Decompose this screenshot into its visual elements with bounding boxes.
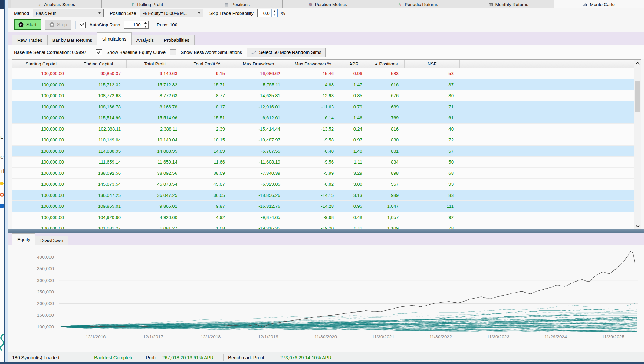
column-header-positions[interactable]: ▲Positions bbox=[368, 60, 405, 68]
column-header-starting-capital[interactable]: Starting Capital bbox=[12, 60, 70, 68]
table-row-5[interactable]: 100,000.00115,514.9615,514.9615.51-6,612… bbox=[12, 112, 641, 124]
cell: -18,856.26 bbox=[231, 190, 286, 201]
top-tab-rolling-profit[interactable]: Rolling Profit bbox=[101, 0, 192, 8]
svg-text:100,000: 100,000 bbox=[37, 324, 54, 329]
column-header-total-profit[interactable]: Total Profit % bbox=[183, 60, 231, 68]
cell: 100,000.00 bbox=[12, 90, 70, 101]
cell: 145,073.54 bbox=[70, 179, 127, 190]
tab-simulations[interactable]: Simulations bbox=[97, 32, 132, 45]
cell: 100,000.00 bbox=[12, 190, 70, 201]
top-tab-position-metrics[interactable]: Position Metrics bbox=[282, 0, 373, 8]
scroll-down-button[interactable] bbox=[634, 222, 641, 230]
cell: 45.07 bbox=[183, 179, 231, 190]
tab-probabilities[interactable]: Probabilities bbox=[159, 35, 194, 45]
cell: 15.71 bbox=[183, 79, 231, 90]
top-tab-positions[interactable]: Positions bbox=[192, 0, 283, 8]
cell: 1,081.27 bbox=[127, 223, 183, 230]
cell: -6,929.85 bbox=[231, 179, 286, 190]
table-row-4[interactable]: 100,000.00108,166.788,166.788.17-12,916.… bbox=[12, 101, 641, 113]
scrollbar-thumb[interactable] bbox=[635, 81, 640, 112]
cell: 93 bbox=[405, 179, 460, 190]
stop-button[interactable]: Stop bbox=[45, 20, 71, 30]
column-header-total-profit[interactable]: Total Profit bbox=[127, 60, 183, 68]
table-row-8[interactable]: 100,000.00114,888.9514,888.9514.89-6,767… bbox=[12, 146, 641, 157]
table-row-15[interactable]: 100,000.00101,081.271,081.271.08-19,316.… bbox=[12, 223, 641, 230]
blue-badge-icon bbox=[0, 204, 4, 208]
table-row-11[interactable]: 100,000.00145,073.5445,073.5445.07-6,929… bbox=[12, 179, 641, 190]
cell: 583 bbox=[368, 68, 405, 79]
column-header-max-drawdown[interactable]: Max Drawdown % bbox=[286, 60, 340, 68]
table-body: 100,000.0090,850.37-9,149.63-9.15-16,086… bbox=[12, 68, 641, 230]
table-scrollbar[interactable] bbox=[634, 60, 641, 230]
cell: 830 bbox=[368, 134, 405, 145]
show-baseline-checkbox[interactable] bbox=[96, 49, 102, 55]
cell: -9.15 bbox=[183, 68, 231, 79]
skip-trade-probability-label: Skip Trade Probability bbox=[209, 11, 254, 16]
monte-carlo-icon bbox=[583, 2, 587, 7]
top-tab-analysis-series[interactable]: Analysis Series bbox=[11, 0, 102, 8]
cell: 10,149.04 bbox=[127, 134, 183, 145]
column-header-nsf[interactable]: NSF bbox=[405, 60, 460, 68]
svg-text:200,000: 200,000 bbox=[37, 301, 54, 306]
cell: 136,047.25 bbox=[70, 190, 127, 201]
position-size-dropdown[interactable]: % Equity=10.00% M... bbox=[140, 9, 203, 17]
cell: 83 bbox=[405, 190, 460, 201]
separator bbox=[153, 21, 153, 29]
cell: 100,000.00 bbox=[12, 201, 70, 212]
table-row-6[interactable]: 100,000.00102,388.112,388.112.39-15,414.… bbox=[12, 124, 641, 135]
rolling-profit-icon bbox=[130, 2, 135, 7]
table-row-13[interactable]: 100,000.00109,865.019,865.019.87-16,312.… bbox=[12, 201, 641, 212]
method-dropdown[interactable]: Basic Run bbox=[33, 9, 104, 17]
show-bestworst-checkbox[interactable] bbox=[170, 49, 176, 55]
column-header-max-drawdown[interactable]: Max Drawdown bbox=[231, 60, 286, 68]
table-row-2[interactable]: 100,000.00115,712.3215,712.3215.71-5,755… bbox=[12, 79, 641, 91]
cell: -11.63 bbox=[286, 101, 340, 112]
table-row-7[interactable]: 100,000.00110,149.0410,149.0410.15-10,48… bbox=[12, 134, 641, 146]
top-tab-monthly-returns[interactable]: Monthly Returns bbox=[463, 0, 554, 8]
table-row-3[interactable]: 100,000.00108,772.638,772.638.77-14,635.… bbox=[12, 90, 641, 101]
symbols-loaded-status: 180 Symbol(s) Loaded bbox=[12, 355, 59, 360]
autostop-runs-spinner[interactable]: 100 bbox=[124, 21, 149, 29]
cell: 109,865.01 bbox=[70, 201, 127, 212]
column-header-apr[interactable]: APR bbox=[340, 60, 368, 68]
show-bestworst-label: Show Best/Worst Simulations bbox=[181, 50, 242, 55]
top-tab-periodic-returns[interactable]: Periodic Returns bbox=[373, 0, 463, 8]
cell: 831 bbox=[368, 146, 405, 157]
top-tab-monte-carlo[interactable]: Monte Carlo bbox=[554, 0, 644, 8]
chart-tab-equity[interactable]: Equity bbox=[12, 233, 35, 245]
start-button[interactable]: Start bbox=[14, 19, 41, 30]
scroll-up-button[interactable] bbox=[634, 60, 641, 68]
column-header-ending-capital[interactable]: Ending Capital bbox=[70, 60, 127, 68]
table-row-9[interactable]: 100,000.00111,659.1411,659.1411.66-11,60… bbox=[12, 157, 641, 168]
table-row-14[interactable]: 100,000.00104,920.604,920.604.92-9,874.6… bbox=[12, 212, 641, 223]
cell-filler bbox=[460, 90, 641, 101]
cell: 36,047.25 bbox=[127, 190, 183, 201]
cell: -16,312.76 bbox=[231, 201, 286, 212]
cell: 15.51 bbox=[183, 112, 231, 123]
tab-bar-by-bar-returns[interactable]: Bar by Bar Returns bbox=[47, 35, 97, 45]
svg-text:12/1/2016: 12/1/2016 bbox=[86, 334, 106, 339]
cell: 100,000.00 bbox=[12, 112, 70, 123]
skip-trade-probability-spinner[interactable]: 0.0 bbox=[257, 9, 278, 17]
cell: 8.17 bbox=[183, 101, 231, 112]
spinner-down-button[interactable] bbox=[143, 25, 148, 29]
select-more-sims-button[interactable]: Select 50 More Random Sims bbox=[247, 48, 326, 57]
spinner-up-button[interactable] bbox=[272, 9, 277, 13]
autostop-checkbox[interactable] bbox=[80, 22, 86, 28]
spinner-up-button[interactable] bbox=[143, 21, 148, 25]
tab-raw-trades[interactable]: Raw Trades bbox=[12, 35, 48, 45]
table-row-10[interactable]: 100,000.00138,092.5638,092.5638.09-7,340… bbox=[12, 168, 641, 179]
spinner-down-button[interactable] bbox=[272, 13, 277, 17]
cell: 0.11 bbox=[340, 223, 368, 230]
sort-ascending-icon: ▲ bbox=[375, 62, 377, 66]
cell: -14.15 bbox=[286, 190, 340, 201]
tab-analysis[interactable]: Analysis bbox=[131, 35, 159, 45]
cell: -4.88 bbox=[286, 79, 340, 90]
cell: 9,865.01 bbox=[127, 201, 183, 212]
horizontal-splitter[interactable] bbox=[8, 229, 644, 233]
chart-tab-drawdown[interactable]: DrawDown bbox=[35, 236, 68, 245]
cell: 115,712.32 bbox=[70, 79, 127, 90]
table-row-12[interactable]: 100,000.00136,047.2536,047.2536.05-18,85… bbox=[12, 190, 641, 201]
cell: 4,920.60 bbox=[127, 212, 183, 223]
table-row-1[interactable]: 100,000.0090,850.37-9,149.63-9.15-16,086… bbox=[12, 68, 641, 79]
